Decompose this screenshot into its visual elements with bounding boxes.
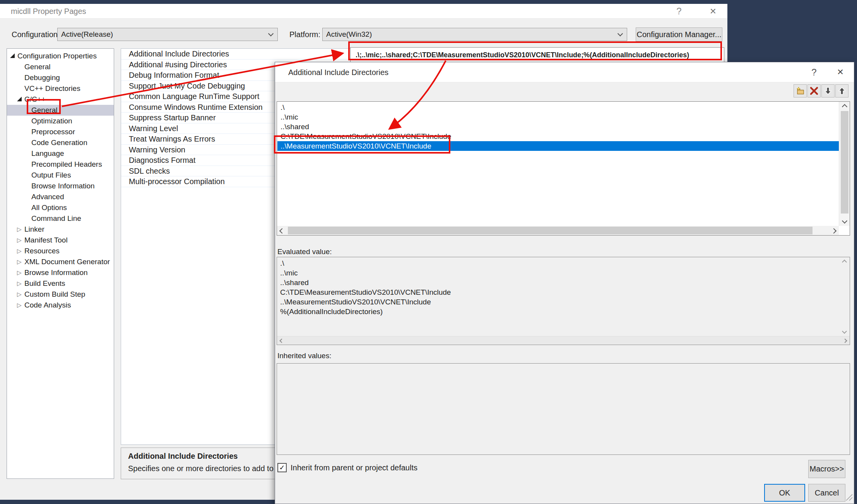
scroll-left-icon[interactable] (279, 228, 285, 234)
tree-item[interactable]: General (7, 62, 114, 72)
dialog-title: Additional Include Directories (288, 62, 388, 82)
tree-item-label: Resources (24, 247, 60, 255)
property-name: Debug Information Format (121, 70, 219, 80)
dialog-titlebar: Additional Include Directories ? × (275, 62, 854, 82)
scrollbar-thumb[interactable] (288, 227, 813, 234)
scroll-up-icon[interactable] (842, 104, 847, 109)
inherited-values-label: Inherited values: (277, 352, 331, 360)
resize-grip[interactable] (844, 492, 853, 502)
vertical-scrollbar[interactable] (839, 102, 850, 226)
property-description-text: Specifies one or more directories to add… (128, 464, 294, 473)
tree-item[interactable]: ▷XML Document Generator (7, 256, 114, 267)
tree-item-label: Optimization (31, 117, 72, 125)
list-item[interactable]: .\ (277, 103, 839, 112)
evaluated-value-line: ..\mic (277, 268, 850, 278)
tree-item[interactable]: Code Generation (7, 137, 114, 148)
scroll-right-icon[interactable] (843, 338, 847, 343)
help-icon[interactable]: ? (805, 62, 823, 82)
configuration-dropdown[interactable]: Active(Release) (57, 28, 278, 41)
evaluated-value-line: %(AdditionalIncludeDirectories) (277, 307, 850, 316)
list-item[interactable]: ..\mic (277, 112, 839, 122)
tree-item[interactable]: Preprocessor (7, 126, 114, 137)
additional-include-directories-value-field[interactable]: .\;..\mic;..\shared;C:\TDE\MeasurementSt… (350, 47, 724, 63)
platform-dropdown[interactable]: Active(Win32) (322, 28, 627, 41)
tree-item[interactable]: Configuration Properties (7, 51, 114, 62)
tree-item[interactable]: Browse Information (7, 181, 114, 191)
horizontal-scrollbar[interactable] (277, 226, 839, 235)
tree-expander-closed-icon[interactable]: ▷ (17, 256, 24, 267)
tree-item[interactable]: Command Line (7, 213, 114, 224)
tree-item[interactable]: C/C++ (7, 94, 114, 105)
horizontal-scrollbar[interactable] (277, 336, 850, 345)
evaluated-value-box: .\..\mic..\sharedC:\TDE\MeasurementStudi… (277, 257, 850, 345)
cancel-button[interactable]: Cancel (808, 484, 845, 502)
inherited-values-box (277, 363, 850, 455)
tree-item[interactable]: Language (7, 148, 114, 159)
tree-item[interactable]: ▷Build Events (7, 278, 114, 289)
close-icon[interactable]: × (704, 4, 722, 19)
tree-item[interactable]: Output Files (7, 170, 114, 181)
platform-value: Active(Win32) (326, 28, 372, 41)
tree-item-label: Custom Build Step (24, 290, 85, 299)
inherit-defaults-checkbox[interactable]: ✓ (277, 463, 287, 472)
tree-item[interactable]: ▷Code Analysis (7, 300, 114, 311)
tree-item[interactable]: General (7, 105, 114, 116)
tree-expander-closed-icon[interactable]: ▷ (17, 300, 24, 311)
tree-expander-closed-icon[interactable]: ▷ (17, 278, 24, 289)
close-icon[interactable]: × (831, 62, 849, 82)
include-directories-list: .\..\mic..\sharedC:\TDE\MeasurementStudi… (277, 101, 850, 236)
help-icon[interactable]: ? (670, 4, 688, 19)
macros-button[interactable]: Macros>> (808, 460, 845, 478)
list-item[interactable]: ..\MeasurementStudioVS2010\VCNET\Include (277, 141, 839, 151)
new-line-button[interactable] (794, 84, 807, 97)
configuration-tree: Configuration PropertiesGeneralDebugging… (7, 48, 114, 479)
window-titlebar: micdll Property Pages ? × (0, 4, 727, 19)
tree-item[interactable]: Optimization (7, 116, 114, 126)
ok-button[interactable]: OK (764, 484, 805, 502)
tree-item[interactable]: Advanced (7, 191, 114, 202)
scroll-down-icon[interactable] (842, 329, 847, 334)
property-name: Warning Level (121, 123, 178, 134)
delete-button[interactable] (807, 84, 821, 97)
tree-item[interactable]: VC++ Directories (7, 83, 114, 94)
tree-expander-closed-icon[interactable]: ▷ (17, 235, 24, 246)
property-name: SDL checks (121, 166, 170, 176)
list-item[interactable]: ..\shared (277, 122, 839, 132)
scrollbar-thumb[interactable] (841, 111, 848, 214)
scroll-left-icon[interactable] (279, 338, 284, 343)
tree-expander-open-icon[interactable] (17, 97, 22, 101)
tree-item[interactable]: All Options (7, 202, 114, 213)
evaluated-value-line: ..\MeasurementStudioVS2010\VCNET\Include (277, 297, 850, 307)
tree-expander-closed-icon[interactable]: ▷ (17, 267, 24, 278)
tree-item-label: Command Line (31, 214, 81, 223)
tree-item-label: Advanced (31, 193, 64, 201)
tree-item[interactable]: ▷Custom Build Step (7, 289, 114, 300)
tree-expander-open-icon[interactable] (10, 53, 15, 58)
scroll-right-icon[interactable] (831, 228, 836, 234)
tree-item-label: Preprocessor (31, 128, 75, 136)
tree-item-label: Manifest Tool (24, 236, 68, 244)
tree-item-label: Linker (24, 225, 44, 234)
tree-item[interactable]: ▷Browse Information (7, 267, 114, 278)
tree-item-label: Browse Information (24, 268, 88, 277)
scroll-down-icon[interactable] (842, 218, 847, 224)
property-description-title: Additional Include Directories (128, 452, 238, 461)
tree-item[interactable]: ▷Linker (7, 224, 114, 235)
tree-item-label: Output Files (31, 171, 71, 179)
move-up-button[interactable] (835, 84, 848, 97)
chevron-down-icon (618, 31, 623, 36)
tree-item-label: VC++ Directories (24, 84, 80, 93)
configuration-value: Active(Release) (61, 28, 113, 41)
tree-expander-closed-icon[interactable]: ▷ (17, 224, 24, 235)
move-down-button[interactable] (821, 84, 835, 97)
tree-item[interactable]: ▷Manifest Tool (7, 235, 114, 246)
tree-item[interactable]: Precompiled Headers (7, 159, 114, 170)
tree-item-label: Precompiled Headers (31, 160, 102, 169)
tree-expander-closed-icon[interactable]: ▷ (17, 246, 24, 256)
configuration-manager-button[interactable]: Configuration Manager... (636, 27, 722, 41)
tree-item[interactable]: Debugging (7, 72, 114, 83)
list-item[interactable]: C:\TDE\MeasurementStudioVS2010\VCNET\Inc… (277, 132, 839, 141)
window-title: micdll Property Pages (11, 4, 86, 19)
tree-item[interactable]: ▷Resources (7, 246, 114, 256)
tree-expander-closed-icon[interactable]: ▷ (17, 289, 24, 300)
